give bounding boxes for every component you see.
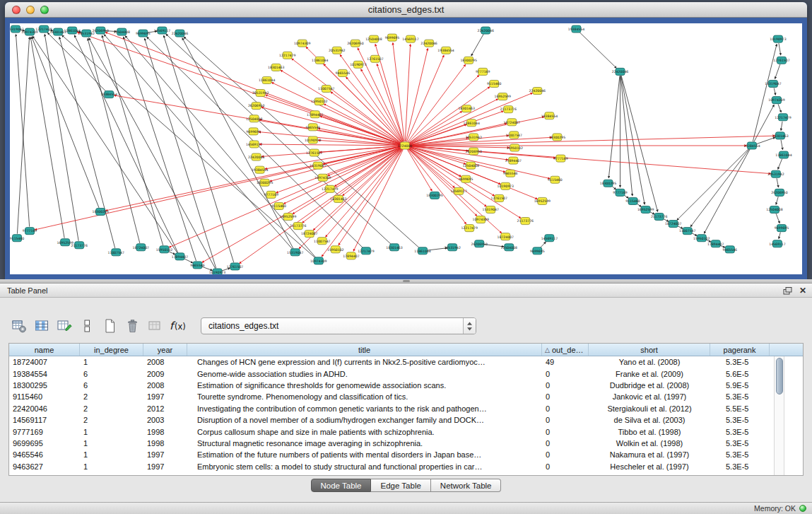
network-node[interactable]: 9699695 — [530, 247, 545, 255]
network-node[interactable]: 15319047 — [765, 80, 781, 87]
table-row[interactable]: 946362711997Embryonic stem cells: a mode… — [9, 461, 803, 472]
network-node[interactable]: 18300295 — [426, 192, 442, 199]
network-node[interactable]: 10190973 — [209, 269, 225, 274]
network-node[interactable]: 12761507 — [367, 55, 383, 62]
network-node[interactable]: 26206950 — [347, 40, 363, 47]
network-node[interactable]: 22420046 — [420, 40, 437, 47]
network-canvas-svg[interactable]: 1724000109743091221747918301463118610442… — [10, 23, 802, 274]
network-node[interactable]: 9699695 — [136, 30, 151, 37]
function-builder-icon[interactable]: f(x) — [168, 317, 187, 335]
table-row[interactable]: 977716911998Corpus callosum shape and si… — [9, 426, 803, 437]
network-node[interactable]: 9115460 — [548, 176, 563, 183]
network-node[interactable]: 14569117 — [402, 35, 418, 42]
network-node[interactable]: 12504008 — [114, 28, 130, 35]
minimize-window-button[interactable] — [26, 6, 35, 14]
network-node[interactable]: 12761507 — [306, 149, 322, 156]
network-node[interactable]: 14569117 — [769, 240, 785, 247]
network-node[interactable]: 17894407 — [307, 111, 323, 118]
network-node[interactable]: 21173776 — [651, 214, 667, 221]
network-node[interactable]: 22420046 — [172, 30, 188, 37]
network-node[interactable]: 26206950 — [771, 189, 787, 196]
network-node[interactable]: 11861044 — [775, 151, 792, 158]
network-node[interactable]: 15950102 — [327, 246, 343, 253]
network-node[interactable]: 19384554 — [568, 25, 584, 33]
network-node[interactable]: 18300295 — [549, 134, 565, 141]
network-node[interactable]: 20531942 — [329, 47, 345, 54]
show-rows-icon[interactable] — [78, 317, 96, 335]
column-header-out_degree[interactable]: △out_de… — [542, 344, 589, 356]
network-node[interactable]: 15950102 — [507, 144, 523, 151]
network-node[interactable]: 9465546 — [723, 246, 738, 253]
network-node[interactable]: 11007547 — [108, 249, 124, 256]
column-header-name[interactable]: name — [9, 344, 80, 356]
network-node[interactable]: 26206950 — [471, 240, 487, 247]
table-mode-icon[interactable] — [10, 317, 28, 335]
dropdown-stepper-icon[interactable] — [463, 318, 476, 334]
network-node[interactable]: 15319047 — [287, 249, 303, 256]
network-node[interactable]: 19384554 — [101, 91, 117, 98]
network-node[interactable]: 18301463 — [772, 132, 788, 139]
network-node[interactable]: 21173776 — [71, 242, 87, 249]
column-header-in_degree[interactable]: in_degree — [80, 344, 143, 356]
network-node[interactable]: 11007547 — [506, 132, 522, 139]
tab-node-table[interactable]: Node Table — [311, 479, 372, 492]
network-node[interactable]: 12761507 — [773, 57, 789, 64]
network-node[interactable]: 11007547 — [679, 228, 695, 235]
network-node[interactable]: 12504008 — [246, 115, 262, 122]
network-node[interactable]: 10974309 — [310, 257, 326, 264]
network-node[interactable]: 19384554 — [437, 47, 454, 54]
network-node[interactable]: 10974309 — [768, 97, 784, 104]
network-node[interactable]: 9115460 — [487, 80, 502, 87]
network-node[interactable]: 12504008 — [501, 244, 517, 251]
float-panel-icon[interactable] — [783, 287, 792, 295]
network-node[interactable]: 12217479 — [279, 52, 295, 59]
network-node[interactable]: 9699695 — [385, 34, 400, 41]
network-node[interactable]: 9465546 — [336, 69, 351, 76]
network-node[interactable]: 11861044 — [312, 57, 328, 64]
network-node[interactable]: 9777169 — [553, 155, 568, 162]
network-node[interactable]: 10190973 — [770, 35, 786, 42]
table-row[interactable]: 1830029562008Estimation of significance … — [9, 380, 803, 391]
scrollbar-thumb[interactable] — [776, 358, 783, 395]
table-row[interactable]: 969969511998Structural magnetic resonanc… — [9, 438, 803, 449]
network-node[interactable]: 18724007 — [665, 221, 681, 228]
network-node[interactable]: 20531942 — [252, 90, 269, 97]
network-node[interactable]: 11861044 — [414, 247, 430, 255]
network-view[interactable]: 1724000109743091221747918301463118610442… — [10, 23, 802, 274]
network-node[interactable]: 17894407 — [343, 252, 359, 259]
tab-network-table[interactable]: Network Table — [431, 479, 502, 492]
network-node[interactable]: 12217479 — [461, 225, 477, 232]
table-scrollbar[interactable] — [774, 356, 784, 475]
network-node[interactable]: 21173776 — [290, 223, 306, 230]
table-row[interactable]: 1938455462009Genome-wide association stu… — [9, 368, 803, 379]
table-row[interactable]: 946554611997Estimation of the future num… — [9, 449, 803, 460]
network-node[interactable]: 16952599 — [280, 214, 296, 221]
network-node[interactable]: 18300295 — [257, 179, 273, 186]
network-node[interactable]: 18301463 — [458, 105, 474, 112]
network-node[interactable]: 12217479 — [322, 185, 338, 192]
network-node[interactable]: 18724007 — [133, 244, 149, 251]
network-node[interactable]: 12504008 — [766, 206, 782, 213]
window-titlebar[interactable]: citations_edges.txt — [5, 2, 807, 18]
table-row[interactable]: 1456911722003Disruption of a novel membe… — [9, 414, 803, 426]
network-node[interactable]: 9465546 — [306, 124, 321, 131]
network-node[interactable]: 18724007 — [301, 230, 317, 238]
create-table-icon[interactable] — [100, 317, 119, 335]
network-node[interactable]: 11007547 — [318, 85, 334, 92]
table-selector-dropdown[interactable]: citations_edges.txt — [201, 317, 476, 334]
zoom-window-button[interactable] — [40, 6, 49, 14]
network-node[interactable]: 26206950 — [248, 103, 264, 110]
network-node[interactable]: 12761507 — [227, 263, 243, 270]
network-node[interactable]: 16952599 — [495, 93, 511, 100]
network-node[interactable]: 26206950 — [93, 27, 109, 34]
show-columns-icon[interactable] — [33, 317, 51, 335]
network-node[interactable]: 9115460 — [10, 235, 24, 242]
network-node[interactable]: 14569117 — [541, 235, 558, 242]
close-panel-icon[interactable]: ✕ — [799, 286, 806, 296]
network-node[interactable]: 15950102 — [311, 98, 327, 105]
network-node[interactable]: 9777169 — [23, 228, 37, 235]
network-node[interactable]: 20531942 — [767, 170, 784, 177]
edit-column-icon[interactable] — [55, 317, 73, 335]
network-node[interactable]: 12217479 — [358, 247, 374, 255]
column-header-short[interactable]: short — [589, 344, 710, 356]
